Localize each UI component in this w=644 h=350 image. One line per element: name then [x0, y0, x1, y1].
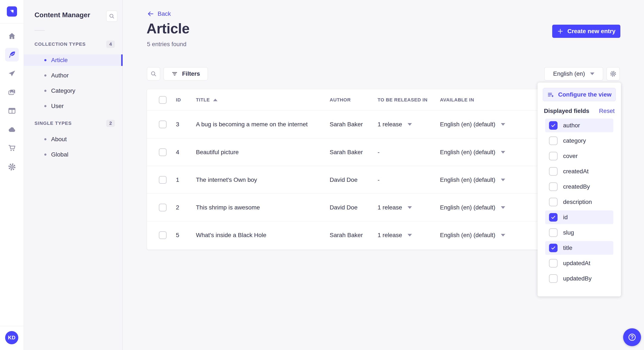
sort-ascending-icon: [213, 99, 218, 101]
sidebar-item-global[interactable]: Global: [24, 149, 122, 160]
field-checkbox[interactable]: [549, 167, 558, 176]
row-checkbox[interactable]: [159, 231, 166, 239]
help-button[interactable]: [623, 328, 641, 346]
arrow-left-icon: [147, 10, 154, 17]
strapi-logo[interactable]: [7, 6, 17, 16]
chevron-down-icon: [408, 234, 412, 236]
displayed-field-cover[interactable]: cover: [545, 149, 613, 163]
sidebar-item-user[interactable]: User: [24, 100, 122, 112]
cell-author: Sarah Baker: [330, 121, 378, 128]
row-checkbox[interactable]: [159, 149, 166, 156]
user-avatar[interactable]: KD: [5, 331, 18, 344]
subnav-search-button[interactable]: [106, 11, 117, 22]
cell-id: 2: [176, 204, 196, 211]
marketplace-cart-icon[interactable]: [5, 141, 19, 155]
bullet-icon: [44, 138, 46, 140]
releases-icon[interactable]: [5, 67, 19, 81]
displayed-field-category[interactable]: category: [545, 134, 613, 148]
sidebar-item-about[interactable]: About: [24, 134, 122, 145]
cell-id: 3: [176, 121, 196, 128]
cell-release[interactable]: 1 release: [378, 204, 440, 211]
table-row[interactable]: 4 Beautiful picture Sarah Baker - Englis…: [147, 138, 546, 166]
field-checkbox[interactable]: [549, 121, 558, 130]
field-checkbox[interactable]: [549, 228, 558, 237]
cell-id: 1: [176, 176, 196, 183]
table-row[interactable]: 5 What's inside a Black Hole Sarah Baker…: [147, 221, 546, 249]
row-checkbox[interactable]: [159, 204, 166, 211]
section-label: SINGLE TYPES: [34, 121, 72, 126]
field-checkbox[interactable]: [549, 213, 558, 222]
displayed-field-id[interactable]: id: [545, 210, 613, 224]
cell-available[interactable]: English (en) (default): [440, 149, 546, 156]
locale-select[interactable]: English (en): [544, 67, 603, 80]
deploy-cloud-icon[interactable]: [5, 123, 19, 137]
field-checkbox[interactable]: [549, 259, 558, 268]
displayed-field-author[interactable]: author: [545, 119, 613, 132]
select-all-checkbox[interactable]: [159, 96, 166, 104]
cell-release[interactable]: 1 release: [378, 121, 440, 128]
displayed-field-updatedAt[interactable]: updatedAt: [545, 256, 613, 270]
field-checkbox[interactable]: [549, 152, 558, 160]
cell-release[interactable]: 1 release: [378, 232, 440, 239]
displayed-field-createdBy[interactable]: createdBy: [545, 180, 613, 193]
rail-divider: [0, 326, 24, 326]
row-checkbox[interactable]: [159, 121, 166, 128]
cell-title: What's inside a Black Hole: [196, 232, 330, 239]
reset-link[interactable]: Reset: [599, 108, 614, 114]
field-checkbox[interactable]: [549, 182, 558, 191]
create-new-entry-button[interactable]: Create new entry: [552, 25, 620, 38]
cell-author: David Doe: [330, 176, 378, 183]
table-row[interactable]: 1 The internet's Own boy David Doe - Eng…: [147, 166, 546, 193]
section-count-badge: 4: [106, 41, 115, 48]
back-link[interactable]: Back: [147, 10, 171, 17]
subnav-section: SINGLE TYPES 2 About Global: [24, 120, 122, 160]
field-checkbox[interactable]: [549, 244, 558, 252]
filter-icon: [172, 71, 178, 77]
column-header-release[interactable]: TO BE RELEASED IN: [378, 97, 440, 103]
displayed-field-createdAt[interactable]: createdAt: [545, 165, 613, 178]
sidebar-item-category[interactable]: Category: [24, 85, 122, 97]
configure-view-button[interactable]: Configure the view: [543, 88, 616, 101]
field-checkbox[interactable]: [549, 274, 558, 283]
bullet-icon: [44, 105, 46, 107]
cell-release[interactable]: -: [378, 149, 440, 156]
content-type-builder-icon[interactable]: [5, 104, 19, 118]
displayed-field-title[interactable]: title: [545, 241, 613, 255]
displayed-field-updatedBy[interactable]: updatedBy: [545, 272, 613, 285]
cell-available[interactable]: English (en) (default): [440, 204, 546, 211]
field-checkbox[interactable]: [549, 137, 558, 145]
row-checkbox[interactable]: [159, 176, 166, 184]
check-icon: [550, 245, 556, 251]
check-icon: [550, 123, 556, 128]
content-manager-icon[interactable]: [5, 48, 19, 61]
main-nav-rail: KD: [0, 0, 24, 350]
table-row[interactable]: 2 This shrimp is awesome David Doe 1 rel…: [147, 193, 546, 221]
cell-available[interactable]: English (en) (default): [440, 232, 546, 239]
cell-available[interactable]: English (en) (default): [440, 121, 546, 128]
view-settings-popover: Configure the view Displayed fields Rese…: [538, 82, 621, 296]
column-header-author[interactable]: AUTHOR: [330, 97, 378, 103]
sidebar-item-article[interactable]: Article: [24, 54, 122, 66]
displayed-field-slug[interactable]: slug: [545, 226, 613, 239]
home-icon[interactable]: [5, 29, 19, 43]
column-header-id[interactable]: ID: [176, 97, 196, 103]
field-checkbox[interactable]: [549, 198, 558, 206]
filters-button[interactable]: Filters: [164, 67, 208, 80]
table-row[interactable]: 3 A bug is becoming a meme on the intern…: [147, 111, 546, 138]
cell-available[interactable]: English (en) (default): [440, 176, 546, 183]
cell-author: Sarah Baker: [330, 232, 378, 239]
sidebar-item-author[interactable]: Author: [24, 70, 122, 81]
column-header-title[interactable]: TITLE: [196, 97, 330, 103]
search-icon: [108, 13, 115, 19]
displayed-field-description[interactable]: description: [545, 195, 613, 209]
cell-title: This shrimp is awesome: [196, 204, 330, 211]
table-search-button[interactable]: [147, 67, 160, 80]
media-library-icon[interactable]: [5, 85, 19, 99]
chevron-down-icon: [501, 178, 505, 181]
column-header-available[interactable]: AVAILABLE IN: [440, 97, 546, 103]
view-settings-button[interactable]: [606, 67, 620, 80]
settings-gear-icon[interactable]: [5, 160, 19, 174]
cell-release[interactable]: -: [378, 176, 440, 183]
chevron-down-icon: [408, 123, 412, 126]
cell-title: The internet's Own boy: [196, 176, 330, 183]
